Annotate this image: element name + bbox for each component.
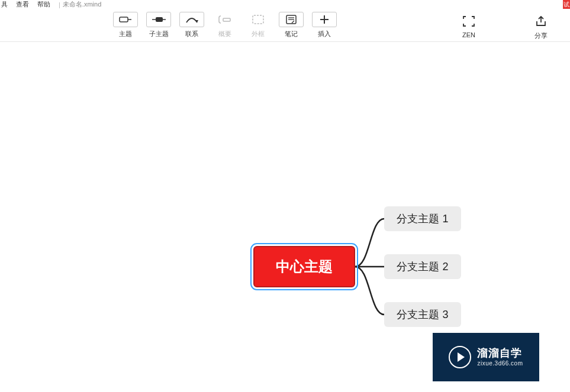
share-button[interactable]: 分享 — [529, 14, 553, 40]
svg-rect-6 — [223, 18, 230, 21]
topic-label: 主题 — [119, 30, 132, 38]
insert-icon — [312, 12, 337, 27]
summary-icon — [212, 12, 237, 27]
notes-button[interactable]: 笔记 — [275, 12, 308, 38]
summary-button: 概要 — [208, 12, 241, 38]
zen-label: ZEN — [462, 31, 475, 38]
watermark-title: 溜溜自学 — [477, 347, 523, 360]
central-topic-node[interactable]: 中心主题 — [253, 246, 355, 287]
topic-button[interactable]: 主题 — [109, 12, 142, 38]
relationship-button[interactable]: 联系 — [175, 12, 208, 38]
toolbar: 主题 子主题 联系 概要 外框 — [0, 9, 570, 42]
play-icon — [449, 346, 471, 368]
boundary-icon — [246, 12, 270, 27]
relationship-label: 联系 — [185, 30, 198, 38]
svg-rect-0 — [120, 17, 128, 22]
toolbar-group-left: 主题 子主题 联系 概要 外框 — [109, 12, 341, 38]
svg-rect-3 — [156, 17, 163, 22]
menu-item-help[interactable]: 帮助 — [37, 0, 50, 9]
menubar: 具 查看 帮助 | 未命名.xmind 试 — [0, 0, 570, 9]
fullscreen-icon — [456, 14, 481, 29]
subtopic-label: 子主题 — [149, 30, 169, 38]
insert-label: 插入 — [318, 30, 331, 38]
menu-item-tools-fragment[interactable]: 具 — [1, 0, 8, 9]
watermark-url: zixue.3d66.com — [477, 360, 523, 367]
svg-rect-7 — [253, 15, 263, 24]
zen-button[interactable]: ZEN — [456, 14, 481, 38]
document-filename: 未命名.xmind — [63, 0, 101, 9]
share-icon — [529, 14, 553, 29]
branch-topic-node[interactable]: 分支主题 3 — [384, 302, 461, 327]
trial-tab[interactable]: 试 — [563, 0, 570, 9]
insert-button[interactable]: 插入 — [308, 12, 341, 38]
menu-item-view[interactable]: 查看 — [16, 0, 29, 9]
mindmap-canvas[interactable]: 中心主题 分支主题 1 分支主题 2 分支主题 3 溜溜自学 zixue.3d6… — [0, 42, 570, 392]
branch-topic-node[interactable]: 分支主题 1 — [384, 206, 461, 231]
summary-label: 概要 — [218, 30, 231, 38]
share-label: 分享 — [534, 31, 548, 40]
boundary-button: 外框 — [241, 12, 275, 38]
notes-icon — [279, 12, 304, 27]
relationship-icon — [179, 12, 204, 27]
menu-divider: | — [59, 1, 60, 8]
boundary-label: 外框 — [252, 30, 265, 38]
subtopic-icon — [146, 12, 171, 27]
topic-icon — [113, 12, 138, 27]
branch-topic-node[interactable]: 分支主题 2 — [384, 254, 461, 279]
subtopic-button[interactable]: 子主题 — [142, 12, 175, 38]
notes-label: 笔记 — [285, 30, 298, 38]
watermark: 溜溜自学 zixue.3d66.com — [433, 333, 539, 381]
